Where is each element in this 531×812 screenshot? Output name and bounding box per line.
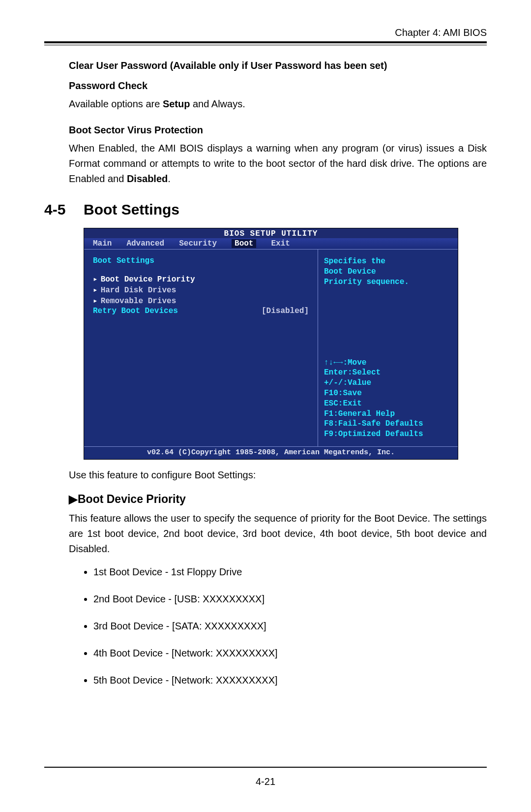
list-item: 2nd Boot Device - [USB: XXXXXXXXX] xyxy=(93,593,487,605)
key-hint: F1:General Help xyxy=(324,409,452,419)
clear-user-password-heading: Clear User Password (Available only if U… xyxy=(69,60,487,71)
triangle-icon: ▸ xyxy=(93,297,98,306)
key-hint: +/-/:Value xyxy=(324,378,452,388)
triangle-icon: ▸ xyxy=(93,286,98,295)
key-hint: F9:Optimized Defaults xyxy=(324,429,452,439)
bios-help-pane: Specifies the Boot Device Priority seque… xyxy=(318,250,458,446)
bios-item: ▸Removable Drives xyxy=(93,296,309,306)
bios-help-text: Specifies the Boot Device Priority seque… xyxy=(324,256,452,287)
help-line: Boot Device xyxy=(324,267,452,277)
bios-item-label: Removable Drives xyxy=(101,297,177,306)
page-number: 4-21 xyxy=(0,776,531,787)
text-bold: Disabled xyxy=(127,173,168,184)
bios-footer: v02.64 (C)Copyright 1985-2008, American … xyxy=(84,446,458,459)
key-hint: Enter:Select xyxy=(324,368,452,378)
header-rule xyxy=(44,41,487,45)
list-item: 1st Boot Device - 1st Floppy Drive xyxy=(93,566,487,578)
bios-item-label: Hard Disk Drives xyxy=(101,286,177,295)
bios-item: Retry Boot Devices [Disabled] xyxy=(93,307,309,320)
bios-menu-item: Security xyxy=(179,239,217,248)
text: . xyxy=(168,173,171,184)
list-item: 3rd Boot Device - [SATA: XXXXXXXXX] xyxy=(93,621,487,632)
text-bold: Setup xyxy=(163,98,190,109)
help-line: Specifies the xyxy=(324,256,452,267)
list-item: 4th Boot Device - [Network: XXXXXXXXX] xyxy=(93,648,487,659)
bios-menu-item: Main xyxy=(93,239,112,248)
boot-sector-virus-body: When Enabled, the AMI BOIS displays a wa… xyxy=(69,141,487,187)
password-check-body: Available options are Setup and Always. xyxy=(69,96,487,112)
bios-title: BIOS SETUP UTILITY xyxy=(84,228,458,238)
bios-key-hints: ↑↓←→:Move Enter:Select +/-/:Value F10:Sa… xyxy=(324,358,452,439)
key-hint: ↑↓←→:Move xyxy=(324,358,452,368)
key-hint: F8:Fail-Safe Defaults xyxy=(324,419,452,429)
key-hint: F10:Save xyxy=(324,388,452,399)
bios-menu: Main Advanced Security Boot Exit xyxy=(84,238,458,250)
bios-item-label: Retry Boot Devices xyxy=(93,307,262,315)
section-number: 4-5 xyxy=(44,201,84,218)
bios-subheader: Boot Settings xyxy=(93,256,309,265)
bios-item: ▸Hard Disk Drives xyxy=(93,285,309,295)
bios-left-pane: Boot Settings ▸Boot Device Priority ▸Har… xyxy=(84,250,318,446)
list-item: 5th Boot Device - [Network: XXXXXXXXX] xyxy=(93,675,487,686)
boot-device-list: 1st Boot Device - 1st Floppy Drive 2nd B… xyxy=(79,566,487,686)
boot-device-priority-heading: ▶Boot Device Priority xyxy=(69,493,487,506)
chapter-header: Chapter 4: AMI BIOS xyxy=(44,27,487,38)
section-heading: 4-5Boot Settings xyxy=(44,201,487,218)
help-line: Priority sequence. xyxy=(324,277,452,287)
bios-item-value: [Disabled] xyxy=(262,307,309,320)
after-bios-text: Use this feature to configure Boot Setti… xyxy=(69,469,487,481)
bios-menu-item-active: Boot xyxy=(232,239,256,248)
boot-sector-virus-heading: Boot Sector Virus Protection xyxy=(69,125,487,136)
password-check-heading: Password Check xyxy=(69,80,487,92)
bios-menu-item: Exit xyxy=(271,239,290,248)
text: Available options are xyxy=(69,98,163,109)
text: and Always. xyxy=(190,98,245,109)
section-title: Boot Settings xyxy=(84,201,179,218)
boot-device-priority-body: This feature allows the user to specify … xyxy=(69,511,487,557)
bios-item-selected: ▸Boot Device Priority xyxy=(93,274,309,284)
footer-rule xyxy=(44,767,487,768)
bios-screenshot: BIOS SETUP UTILITY Main Advanced Securit… xyxy=(84,228,458,460)
triangle-icon: ▸ xyxy=(93,275,98,284)
key-hint: ESC:Exit xyxy=(324,399,452,409)
bios-menu-item: Advanced xyxy=(126,239,164,248)
bios-item-label: Boot Device Priority xyxy=(101,275,195,284)
